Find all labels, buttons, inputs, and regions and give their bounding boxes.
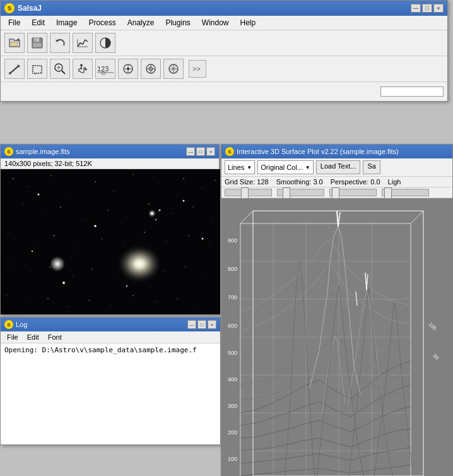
svg-line-9 [10, 66, 19, 73]
svg-point-50 [82, 219, 83, 220]
lines-dropdown-arrow: ▼ [247, 165, 252, 170]
log-minimize-btn[interactable]: — [187, 320, 196, 329]
image-window: S sample.image.fits — □ × 140x300 pixels… [0, 144, 220, 315]
svg-text:800: 800 [228, 266, 237, 272]
image-close-btn[interactable]: × [206, 147, 215, 156]
menu-file[interactable]: File [3, 17, 25, 28]
svg-point-89 [94, 225, 97, 227]
svg-text:200: 200 [228, 429, 237, 436]
svg-point-76 [206, 275, 206, 276]
chart-button[interactable] [73, 33, 93, 53]
svg-point-98 [50, 256, 65, 271]
svg-text:100: 100 [228, 456, 237, 462]
contrast-button[interactable] [95, 33, 115, 53]
toolbar-row2: 123 ⊙ [1, 56, 447, 82]
log-close-btn[interactable]: × [208, 320, 216, 329]
svg-text:⊙: ⊙ [101, 70, 106, 75]
color-dropdown[interactable]: Original Col... ▼ [257, 160, 314, 174]
menu-edit[interactable]: Edit [26, 17, 50, 28]
log-restore-btn[interactable]: □ [197, 320, 206, 329]
svg-text:>>: >> [192, 65, 201, 73]
line-tool-button[interactable] [4, 59, 25, 79]
log-menu-file[interactable]: File [3, 333, 22, 342]
svg-point-72 [117, 273, 118, 274]
log-window: S Log — □ × File Edit Font Opening: D:\A… [0, 317, 221, 445]
log-menu-edit[interactable]: Edit [23, 333, 43, 342]
menu-window[interactable]: Window [197, 17, 234, 28]
smooth-slider-thumb[interactable] [283, 187, 290, 199]
svg-point-77 [6, 295, 7, 295]
count-tool-button[interactable]: 123 ⊙ [95, 59, 115, 79]
open-button[interactable] [4, 33, 25, 53]
svg-point-87 [38, 194, 40, 196]
zoom-tool-button[interactable] [50, 59, 70, 79]
svg-point-69 [49, 266, 50, 268]
rect-tool-button[interactable] [27, 59, 47, 79]
log-menu-bar: File Edit Font [1, 331, 220, 343]
main-window: S SalsaJ — □ × File Edit Image Process A… [0, 0, 448, 102]
svg-point-58 [33, 242, 34, 242]
svg-point-92 [126, 285, 127, 287]
more-tools-button[interactable]: >> [189, 60, 206, 78]
svg-point-85 [177, 298, 177, 299]
log-content-area: Opening: D:\Astro\v\sample_data\sample.i… [1, 343, 220, 407]
main-close-btn[interactable]: × [433, 4, 444, 13]
main-menu-bar: File Edit Image Process Analyze Plugins … [1, 16, 447, 30]
main-restore-btn[interactable]: □ [422, 4, 432, 13]
persp-slider[interactable] [329, 189, 377, 196]
svg-point-44 [183, 178, 184, 179]
load-text-button[interactable]: Load Text... [316, 160, 361, 174]
svg-point-45 [202, 187, 203, 188]
persp-slider-thumb[interactable] [332, 187, 339, 199]
grid-size-label: Grid Size: 128 [225, 178, 269, 186]
svg-point-41 [114, 191, 114, 191]
save-button[interactable] [27, 33, 47, 53]
svg-point-90 [32, 251, 33, 252]
menu-help[interactable]: Help [235, 17, 261, 28]
menu-plugins[interactable]: Plugins [160, 17, 195, 28]
svg-point-40 [95, 181, 96, 182]
svg-point-52 [127, 217, 127, 217]
image-minimize-btn[interactable]: — [186, 147, 195, 156]
light-slider[interactable] [382, 189, 429, 196]
smoothing-label: Smoothing: 3.0 [276, 178, 323, 186]
undo-button[interactable] [50, 33, 70, 53]
dot-tool-button[interactable] [118, 59, 138, 79]
menu-image[interactable]: Image [51, 17, 82, 28]
svg-point-71 [91, 268, 92, 269]
grid-slider[interactable] [225, 189, 272, 196]
smooth-slider[interactable] [277, 189, 324, 196]
cross-tool-button[interactable] [141, 59, 161, 79]
surface-params-bar: Grid Size: 128 Smoothing: 3.0 Perspectiv… [221, 177, 452, 187]
main-title-bar: S SalsaJ — □ × [1, 1, 447, 16]
svg-point-81 [88, 300, 89, 300]
svg-point-48 [44, 213, 44, 214]
menu-process[interactable]: Process [83, 17, 121, 28]
surface-sliders-bar [221, 187, 452, 198]
svg-line-15 [62, 71, 65, 74]
svg-point-56 [212, 217, 213, 217]
menu-analyze[interactable]: Analyze [122, 17, 160, 28]
svg-point-43 [158, 183, 159, 184]
svg-point-88 [183, 200, 185, 202]
svg-point-46 [215, 180, 215, 181]
log-window-icon: S [4, 320, 13, 329]
main-slider[interactable] [380, 86, 444, 97]
color-dropdown-arrow: ▼ [305, 165, 310, 170]
svg-point-97 [117, 245, 162, 283]
svg-point-75 [185, 266, 185, 267]
save-surface-button[interactable]: Sa [363, 160, 380, 174]
svg-point-54 [170, 213, 171, 213]
grid-slider-thumb[interactable] [241, 187, 249, 199]
log-menu-font[interactable]: Font [44, 333, 66, 342]
circle-tool-button[interactable] [163, 59, 184, 79]
main-minimize-btn[interactable]: — [411, 4, 421, 13]
svg-text:300: 300 [228, 403, 237, 409]
lines-dropdown[interactable]: Lines ▼ [225, 160, 255, 174]
svg-point-91 [202, 238, 204, 240]
pan-tool-button[interactable] [73, 59, 93, 79]
light-slider-thumb[interactable] [384, 187, 392, 199]
svg-point-59 [54, 235, 55, 236]
image-restore-btn[interactable]: □ [196, 147, 205, 156]
svg-point-99 [148, 210, 156, 217]
